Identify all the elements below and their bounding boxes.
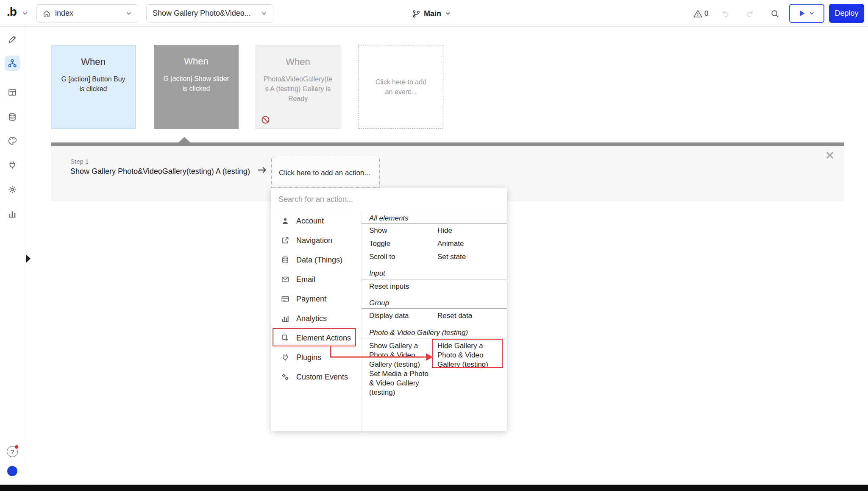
gear-icon xyxy=(8,185,17,194)
column-divider xyxy=(362,211,362,431)
action-item-show-gallery[interactable]: Show Gallery a Photo & Video Gallery (te… xyxy=(369,341,433,369)
section-divider xyxy=(362,279,507,279)
category-element-actions[interactable]: Element Actions xyxy=(271,328,362,348)
step-arrow-icon xyxy=(257,166,268,174)
layout-icon xyxy=(8,88,17,97)
navigation-icon xyxy=(281,236,289,245)
event-card-show-slider[interactable]: When G [action] Show slider is clicked xyxy=(154,45,239,129)
sidebar-item-logs[interactable] xyxy=(5,206,20,221)
blocked-icon xyxy=(261,115,270,124)
topbar: .b index Show Gallery Photo&Video... Mai… xyxy=(0,0,868,27)
action-item-set-state[interactable]: Set state xyxy=(437,253,466,261)
close-icon xyxy=(826,151,834,159)
add-event-label: Click here to add an event... xyxy=(371,77,431,97)
page-selector-value: index xyxy=(55,9,73,18)
action-picker-popup: Account Navigation Data (Things) Email P… xyxy=(271,188,507,431)
sidebar-item-data[interactable] xyxy=(5,109,20,125)
run-button[interactable] xyxy=(789,4,824,23)
help-button[interactable]: ? xyxy=(7,446,18,457)
category-label: Plugins xyxy=(296,353,321,362)
action-item-hide[interactable]: Hide xyxy=(437,226,452,235)
action-search-input[interactable] xyxy=(278,195,500,204)
action-item-animate[interactable]: Animate xyxy=(437,240,464,248)
section-header-photo-video-gallery: Photo & Video Gallery (testing) xyxy=(369,329,468,337)
element-actions-icon xyxy=(281,334,289,342)
avatar[interactable] xyxy=(7,466,17,476)
issues-indicator[interactable] xyxy=(693,8,703,19)
sidebar-item-styles[interactable] xyxy=(5,133,20,148)
branch-label: Main xyxy=(424,9,441,18)
add-event-placeholder[interactable]: Click here to add an event... xyxy=(359,45,443,129)
warning-icon xyxy=(693,10,702,18)
branch-selector[interactable]: Main xyxy=(412,6,451,22)
action-item-toggle[interactable]: Toggle xyxy=(369,240,390,248)
credit-card-icon xyxy=(281,295,289,303)
page-selector[interactable]: index xyxy=(36,4,138,22)
bar-chart-icon xyxy=(8,209,17,218)
action-item-hide-gallery[interactable]: Hide Gallery a Photo & Video Gallery (te… xyxy=(437,341,501,369)
play-icon xyxy=(799,10,805,17)
event-title: When xyxy=(161,56,232,67)
category-email[interactable]: Email xyxy=(271,270,362,289)
action-picker-body: Account Navigation Data (Things) Email P… xyxy=(271,211,507,431)
category-custom-events[interactable]: Custom Events xyxy=(271,367,362,387)
event-subtitle: G [action] Button Buy is clicked xyxy=(58,74,128,94)
chevron-down-icon xyxy=(445,11,451,17)
step-title[interactable]: Show Gallery Photo&VideoGallery(testing)… xyxy=(70,167,250,176)
git-branch-icon xyxy=(412,10,420,18)
category-navigation[interactable]: Navigation xyxy=(271,231,362,250)
steps-scrollbar[interactable] xyxy=(51,142,844,146)
chevron-down-icon xyxy=(261,11,267,17)
panel-expand-handle[interactable] xyxy=(26,254,31,263)
action-item-scroll-to[interactable]: Scroll to xyxy=(369,253,395,261)
sidebar-item-workflow[interactable] xyxy=(5,56,20,71)
section-header-group: Group xyxy=(369,299,389,307)
action-item-show[interactable]: Show xyxy=(369,226,387,235)
category-label: Analytics xyxy=(296,314,327,323)
category-payment[interactable]: Payment xyxy=(271,289,362,309)
bubble-logo[interactable]: .b xyxy=(7,5,17,19)
category-analytics[interactable]: Analytics xyxy=(271,309,362,328)
home-icon xyxy=(43,10,50,17)
bottom-bar xyxy=(0,485,868,491)
email-icon xyxy=(281,275,289,284)
database-icon xyxy=(8,112,17,122)
action-item-reset-inputs[interactable]: Reset inputs xyxy=(369,282,409,291)
search-icon xyxy=(771,9,779,18)
notification-dot xyxy=(15,445,18,449)
chevron-down-icon xyxy=(126,11,132,17)
close-steps-button[interactable] xyxy=(826,151,834,159)
gears-icon xyxy=(281,373,289,381)
add-action-placeholder[interactable]: Click here to add an action... xyxy=(271,158,380,188)
plug-icon xyxy=(8,160,17,170)
sidebar-item-plugins[interactable] xyxy=(5,157,20,173)
action-item-reset-data[interactable]: Reset data xyxy=(437,312,472,320)
category-plugins[interactable]: Plugins xyxy=(271,348,362,367)
sidebar-item-design[interactable] xyxy=(5,32,20,47)
event-card-button-buy[interactable]: When G [action] Button Buy is clicked xyxy=(51,45,136,129)
workflow-selector-value: Show Gallery Photo&Video... xyxy=(153,9,251,18)
step-number-label: Step 1 xyxy=(70,158,89,165)
search-button[interactable] xyxy=(770,8,780,19)
action-item-display-data[interactable]: Display data xyxy=(369,312,409,320)
sidebar-item-settings[interactable] xyxy=(5,182,20,197)
workflow-icon xyxy=(8,59,17,68)
category-label: Account xyxy=(296,217,324,226)
category-account[interactable]: Account xyxy=(271,211,362,231)
deploy-button[interactable]: Deploy xyxy=(829,4,864,23)
section-divider xyxy=(362,223,507,224)
redo-button[interactable] xyxy=(745,8,755,19)
issues-count: 0 xyxy=(704,9,708,18)
undo-button[interactable] xyxy=(721,8,731,19)
database-icon xyxy=(281,256,289,264)
category-label: Payment xyxy=(296,295,326,304)
run-chevron-down-icon xyxy=(809,11,815,16)
event-card-gallery-ready[interactable]: When Photo&VideoGallery(tes A (testing) … xyxy=(256,45,340,129)
workflow-selector[interactable]: Show Gallery Photo&Video... xyxy=(146,4,273,22)
sidebar: ? xyxy=(0,27,24,485)
redo-icon xyxy=(745,10,754,17)
category-data-things[interactable]: Data (Things) xyxy=(271,250,362,270)
sidebar-item-components[interactable] xyxy=(5,85,20,100)
action-item-set-media[interactable]: Set Media a Photo & Video Gallery (testi… xyxy=(369,369,433,397)
logo-chevron-down-icon[interactable] xyxy=(22,11,28,17)
